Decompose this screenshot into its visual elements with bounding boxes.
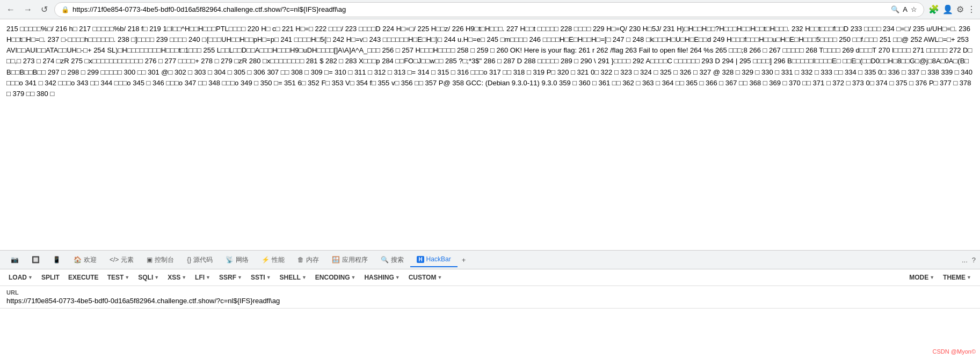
devtools-tab-elements[interactable]: </> 元素: [103, 252, 140, 268]
hackbar-theme-button[interactable]: THEME ▼: [939, 272, 976, 283]
hackbar-encoding-label: ENCODING: [315, 274, 350, 281]
screenshot-icon: 📷: [11, 256, 19, 263]
hackbar-url-value[interactable]: https://71f0e854-0773-4be5-bdf0-0d16a5f8…: [6, 297, 974, 305]
hackbar-load-label: LOAD: [9, 274, 27, 281]
hackbar-lfi-arrow: ▼: [206, 275, 210, 280]
hackbar-ssti-arrow: ▼: [266, 275, 271, 280]
memory-icon: 🗑: [297, 256, 304, 263]
hackbar-mode-button[interactable]: MODE ▼: [905, 272, 939, 283]
hackbar-shell-button[interactable]: SHELL ▼: [275, 272, 311, 283]
hackbar-execute-label: EXECUTE: [68, 274, 99, 281]
hackbar-custom-arrow: ▼: [437, 275, 442, 280]
devtools-tab-sources[interactable]: {} 源代码: [180, 252, 219, 268]
devtools-performance-label: 性能: [272, 255, 285, 265]
hackbar-lfi-label: LFI: [195, 274, 205, 281]
devtools-help-button[interactable]: ?: [972, 256, 976, 264]
reload-button[interactable]: ↺: [39, 2, 50, 17]
devtools-network-label: 网络: [236, 255, 249, 265]
element-icon: </>: [110, 256, 119, 263]
devtools-tab-screenshots[interactable]: 📷: [4, 253, 25, 267]
page-content: 215 □□□□□%□/ 216 h□ 217 □□□□□%b/ 218 f□ …: [0, 19, 980, 250]
devtools-tab-welcome[interactable]: 🏠 欢迎: [67, 252, 103, 268]
hackbar-url-label: URL: [6, 289, 974, 296]
devtools-tab-device[interactable]: 📱: [46, 253, 67, 267]
hackbar-sqli-label: SQLI: [138, 274, 153, 281]
performance-icon: ⚡: [262, 256, 270, 263]
back-button[interactable]: ←: [4, 3, 17, 17]
devtools-tab-search[interactable]: 🔍 搜索: [374, 252, 410, 268]
hackbar-ssrf-button[interactable]: SSRF ▼: [215, 272, 246, 283]
devtools-tab-application[interactable]: 🪟 应用程序: [325, 252, 374, 268]
app-icon: 🪟: [332, 256, 340, 263]
extensions-icon[interactable]: 🧩: [928, 4, 939, 14]
hackbar-custom-button[interactable]: CUSTOM ▼: [404, 272, 447, 283]
devtools-tab-hackbar[interactable]: H HackBar: [410, 252, 457, 267]
devtools-tab-performance[interactable]: ⚡ 性能: [255, 252, 291, 268]
devtools-elements-label: 元素: [121, 255, 134, 265]
devtools-tab-memory[interactable]: 🗑 内存: [291, 252, 325, 268]
devtools-add-tab[interactable]: +: [458, 253, 470, 267]
devtools-tab-console[interactable]: ▣ 控制台: [140, 252, 180, 268]
inspect-icon: 🔲: [32, 256, 40, 263]
devtools-app-label: 应用程序: [342, 255, 368, 265]
hackbar-sqli-button[interactable]: SQLI ▼: [134, 272, 163, 283]
hackbar-split-label: SPLIT: [41, 274, 60, 281]
devtools-console-label: 控制台: [155, 255, 174, 265]
url-text: https://71f0e854-0773-4be5-bdf0-0d16a5f8…: [72, 5, 888, 13]
hackbar-mode-label: MODE: [909, 274, 928, 281]
forward-button[interactable]: →: [21, 3, 34, 17]
hackbar-xss-label: XSS: [168, 274, 180, 281]
menu-icon[interactable]: ⋮: [967, 4, 976, 14]
devtools-welcome-label: 欢迎: [84, 255, 97, 265]
devtools-hackbar-label: HackBar: [426, 255, 451, 263]
hackbar-hashing-button[interactable]: HASHING ▼: [360, 272, 404, 283]
search-tab-icon: 🔍: [381, 256, 389, 263]
hackbar-load-arrow: ▼: [28, 275, 33, 280]
hackbar-shell-arrow: ▼: [302, 275, 307, 280]
hackbar-test-label: TEST: [107, 274, 124, 281]
hackbar-shell-label: SHELL: [280, 274, 301, 281]
hackbar-panel: LOAD ▼ SPLIT EXECUTE TEST ▼ SQLI ▼ XSS ▼…: [0, 269, 980, 309]
browser-actions: 🧩 👤 ⚙ ⋮: [928, 4, 976, 14]
devtools-bar: 📷 🔲 📱 🏠 欢迎 </> 元素 ▣ 控制台 {} 源代码 📡 网络 ⚡ 性能…: [0, 250, 980, 269]
hackbar-hashing-label: HASHING: [364, 274, 394, 281]
hackbar-xss-button[interactable]: XSS ▼: [163, 272, 191, 283]
hackbar-url-area: URL https://71f0e854-0773-4be5-bdf0-0d16…: [0, 286, 980, 308]
hackbar-xss-arrow: ▼: [182, 275, 186, 280]
reader-icon: A: [903, 5, 908, 13]
devtools-more-actions: ... ?: [962, 256, 976, 264]
hackbar-ssrf-label: SSRF: [219, 274, 236, 281]
search-icon: 🔍: [891, 5, 899, 13]
hackbar-ssti-label: SSTI: [251, 274, 265, 281]
hackbar-test-button[interactable]: TEST ▼: [103, 272, 134, 283]
hackbar-load-button[interactable]: LOAD ▼: [4, 272, 37, 283]
hackbar-theme-arrow: ▼: [967, 275, 971, 280]
network-icon: 📡: [226, 256, 234, 263]
hackbar-toolbar: LOAD ▼ SPLIT EXECUTE TEST ▼ SQLI ▼ XSS ▼…: [0, 269, 980, 286]
devtools-search-label: 搜索: [391, 255, 404, 265]
hackbar-custom-label: CUSTOM: [409, 274, 437, 281]
hackbar-sqli-arrow: ▼: [154, 275, 159, 280]
lock-icon: 🔒: [61, 6, 69, 13]
hackbar-theme-label: THEME: [943, 274, 966, 281]
address-bar[interactable]: 🔒 https://71f0e854-0773-4be5-bdf0-0d16a5…: [54, 2, 924, 17]
browser-chrome: ← → ↺ 🔒 https://71f0e854-0773-4be5-bdf0-…: [0, 0, 980, 19]
devtools-tab-inspect[interactable]: 🔲: [25, 253, 46, 267]
hackbar-ssti-button[interactable]: SSTI ▼: [246, 272, 275, 283]
hackbar-encoding-arrow: ▼: [351, 275, 355, 280]
hackbar-encoding-button[interactable]: ENCODING ▼: [311, 272, 360, 283]
devtools-tab-network[interactable]: 📡 网络: [219, 252, 255, 268]
device-icon: 📱: [53, 256, 61, 263]
devtools-more-button[interactable]: ...: [962, 256, 968, 264]
hackbar-hashing-arrow: ▼: [395, 275, 400, 280]
hackbar-tab-icon: H: [417, 256, 424, 263]
hackbar-mode-arrow: ▼: [930, 275, 934, 280]
settings-icon[interactable]: ⚙: [956, 4, 964, 14]
hackbar-ssrf-arrow: ▼: [237, 275, 242, 280]
hackbar-lfi-button[interactable]: LFI ▼: [191, 272, 215, 283]
home-icon: 🏠: [74, 256, 82, 263]
profile-icon[interactable]: 👤: [942, 4, 953, 14]
hackbar-execute-button[interactable]: EXECUTE: [64, 272, 103, 283]
devtools-memory-label: 内存: [306, 255, 319, 265]
hackbar-split-button[interactable]: SPLIT: [37, 272, 64, 283]
